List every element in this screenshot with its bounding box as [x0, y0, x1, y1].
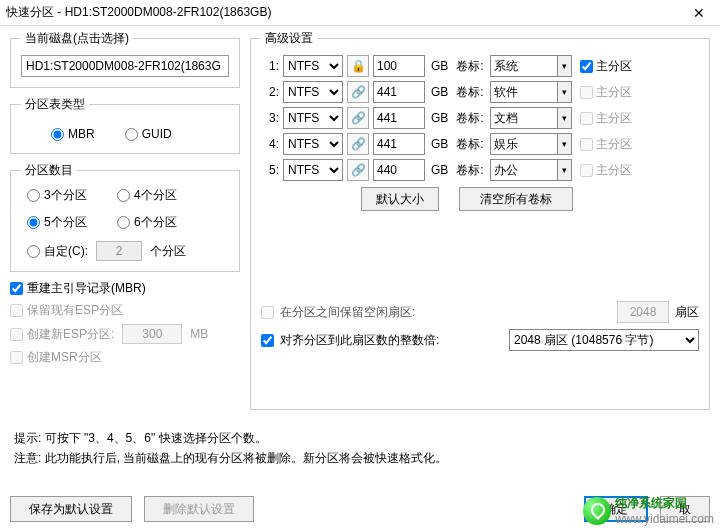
- vol-input[interactable]: [490, 159, 558, 181]
- tips: 提示: 可按下 "3、4、5、6" 快速选择分区个数。 注意: 此功能执行后, …: [0, 418, 720, 479]
- keep-esp: 保留现有ESP分区: [10, 302, 240, 319]
- lock-icon[interactable]: 🔒: [347, 55, 369, 77]
- current-disk-legend: 当前磁盘(点击选择): [21, 30, 133, 47]
- esp-size-input: [122, 324, 182, 344]
- radio-3[interactable]: 3个分区: [27, 187, 117, 204]
- align-chk[interactable]: [261, 334, 274, 347]
- vol-input[interactable]: [490, 81, 558, 103]
- link-icon[interactable]: 🔗: [347, 81, 369, 103]
- count-group: 分区数目 3个分区 4个分区 5个分区 6个分区 自定(C): 个分区: [10, 162, 240, 272]
- current-disk-group: 当前磁盘(点击选择): [10, 30, 240, 88]
- close-icon[interactable]: ✕: [684, 5, 714, 21]
- radio-guid[interactable]: GUID: [125, 127, 172, 141]
- count-legend: 分区数目: [21, 162, 77, 179]
- primary-chk: 主分区: [580, 110, 632, 127]
- pt-type-group: 分区表类型 MBR GUID: [10, 96, 240, 154]
- vol-input[interactable]: [490, 107, 558, 129]
- sector-input: [617, 301, 669, 323]
- fs-select[interactable]: NTFS: [283, 81, 343, 103]
- partition-row: 3:NTFS🔗GB卷标:▾ 主分区: [261, 107, 699, 129]
- partition-row: 4:NTFS🔗GB卷标:▾ 主分区: [261, 133, 699, 155]
- clear-vol-button[interactable]: 清空所有卷标: [459, 187, 573, 211]
- partition-row: 1:NTFS🔒GB卷标:▾ 主分区: [261, 55, 699, 77]
- window-title: 快速分区 - HD1:ST2000DM008-2FR102(1863GB): [6, 4, 684, 21]
- disk-select[interactable]: [21, 55, 229, 77]
- radio-5[interactable]: 5个分区: [27, 214, 117, 231]
- save-default-button[interactable]: 保存为默认设置: [10, 496, 132, 522]
- tip-line-2: 注意: 此功能执行后, 当前磁盘上的现有分区将被删除。新分区将会被快速格式化。: [14, 448, 706, 468]
- vol-input[interactable]: [490, 55, 558, 77]
- chevron-down-icon[interactable]: ▾: [558, 107, 572, 129]
- chevron-down-icon[interactable]: ▾: [558, 55, 572, 77]
- pt-type-legend: 分区表类型: [21, 96, 89, 113]
- fs-select[interactable]: NTFS: [283, 133, 343, 155]
- link-icon[interactable]: 🔗: [347, 133, 369, 155]
- size-input[interactable]: [373, 107, 425, 129]
- row-index: 1:: [261, 59, 279, 73]
- primary-chk: 主分区: [580, 162, 632, 179]
- radio-mbr[interactable]: MBR: [51, 127, 95, 141]
- vol-label: 卷标:: [456, 58, 483, 75]
- row-index: 2:: [261, 85, 279, 99]
- fs-select[interactable]: NTFS: [283, 55, 343, 77]
- row-index: 4:: [261, 137, 279, 151]
- titlebar: 快速分区 - HD1:ST2000DM008-2FR102(1863GB) ✕: [0, 0, 720, 26]
- primary-chk: 主分区: [580, 136, 632, 153]
- adv-legend: 高级设置: [261, 30, 317, 47]
- custom-count-input: [96, 241, 142, 261]
- row-index: 5:: [261, 163, 279, 177]
- vol-label: 卷标:: [456, 136, 483, 153]
- create-msr: 创建MSR分区: [10, 349, 240, 366]
- size-input[interactable]: [373, 133, 425, 155]
- link-icon[interactable]: 🔗: [347, 107, 369, 129]
- wm-url: www.yidaimei.com: [615, 512, 714, 526]
- adv-group: 高级设置 1:NTFS🔒GB卷标:▾ 主分区2:NTFS🔗GB卷标:▾ 主分区3…: [250, 30, 710, 410]
- chevron-down-icon[interactable]: ▾: [558, 159, 572, 181]
- chevron-down-icon[interactable]: ▾: [558, 133, 572, 155]
- align-label: 对齐分区到此扇区数的整数倍:: [280, 332, 439, 349]
- gb-label: GB: [431, 59, 448, 73]
- chevron-down-icon[interactable]: ▾: [558, 81, 572, 103]
- row-index: 3:: [261, 111, 279, 125]
- radio-custom[interactable]: 自定(C): 个分区: [27, 241, 207, 261]
- rebuild-mbr[interactable]: 重建主引导记录(MBR): [10, 280, 240, 297]
- size-input[interactable]: [373, 55, 425, 77]
- keep-free-label: 在分区之间保留空闲扇区:: [280, 304, 415, 321]
- gb-label: GB: [431, 137, 448, 151]
- vol-label: 卷标:: [456, 84, 483, 101]
- size-input[interactable]: [373, 81, 425, 103]
- wm-name: 纯净系统家园: [615, 495, 714, 512]
- align-select[interactable]: 2048 扇区 (1048576 字节): [509, 329, 699, 351]
- gb-label: GB: [431, 85, 448, 99]
- gb-label: GB: [431, 163, 448, 177]
- partition-row: 5:NTFS🔗GB卷标:▾ 主分区: [261, 159, 699, 181]
- delete-default-button: 删除默认设置: [144, 496, 254, 522]
- gb-label: GB: [431, 111, 448, 125]
- size-input[interactable]: [373, 159, 425, 181]
- vol-label: 卷标:: [456, 110, 483, 127]
- primary-chk[interactable]: 主分区: [580, 58, 632, 75]
- link-icon[interactable]: 🔗: [347, 159, 369, 181]
- watermark: 纯净系统家园 www.yidaimei.com: [583, 495, 714, 526]
- fs-select[interactable]: NTFS: [283, 159, 343, 181]
- fs-select[interactable]: NTFS: [283, 107, 343, 129]
- partition-row: 2:NTFS🔗GB卷标:▾ 主分区: [261, 81, 699, 103]
- keep-free-chk: [261, 306, 274, 319]
- sector-unit: 扇区: [675, 304, 699, 321]
- vol-input[interactable]: [490, 133, 558, 155]
- leaf-icon: [583, 497, 611, 525]
- tip-line-1: 提示: 可按下 "3、4、5、6" 快速选择分区个数。: [14, 428, 706, 448]
- default-size-button[interactable]: 默认大小: [361, 187, 439, 211]
- radio-6[interactable]: 6个分区: [117, 214, 207, 231]
- radio-4[interactable]: 4个分区: [117, 187, 207, 204]
- primary-chk: 主分区: [580, 84, 632, 101]
- vol-label: 卷标:: [456, 162, 483, 179]
- new-esp: 创建新ESP分区: MB: [10, 324, 240, 344]
